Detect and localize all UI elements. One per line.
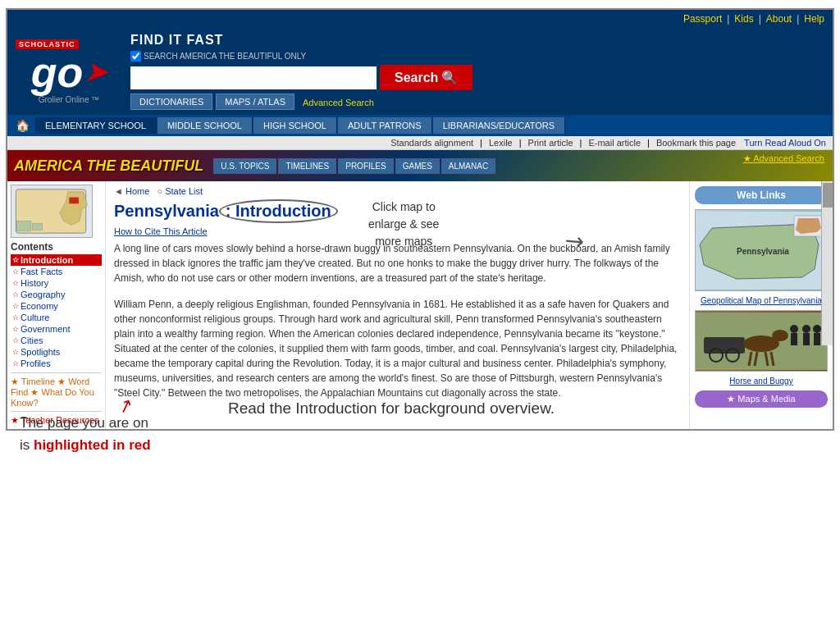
- article-title-state: Pennsylvania: [114, 202, 219, 220]
- atb-nav-almanac[interactable]: ALMANAC: [441, 158, 495, 174]
- atb-banner: AMERICA THE BEAUTIFUL U.S. TOPICS TIMELI…: [7, 150, 833, 181]
- sidebar-item-history[interactable]: ☆ History: [11, 277, 102, 289]
- search-button[interactable]: Search 🔍: [380, 65, 472, 90]
- atb-nav-profiles[interactable]: PROFILES: [338, 158, 393, 174]
- logo-area: SCHOLASTIC go ➤ Grolier Online ™: [16, 39, 122, 104]
- kids-link[interactable]: Kids: [734, 13, 753, 25]
- svg-rect-4: [33, 224, 43, 231]
- page-callout-line2: is highlighted in red: [20, 434, 151, 456]
- home-breadcrumb[interactable]: Home: [126, 186, 149, 196]
- toolbar: Standards alignment | Lexile | Print art…: [7, 136, 833, 150]
- atb-title: AMERICA THE BEAUTIFUL: [14, 158, 203, 175]
- star-icon: ☆: [12, 290, 19, 299]
- go-logo: go ➤: [31, 51, 107, 94]
- svg-rect-21: [791, 333, 797, 345]
- email-article-link[interactable]: E-mail article: [588, 138, 641, 148]
- state-list-breadcrumb[interactable]: State List: [165, 186, 203, 196]
- sidebar-item-spotlights[interactable]: ☆ Spotlights: [11, 346, 102, 358]
- usa-map[interactable]: [11, 185, 93, 238]
- help-link[interactable]: Help: [804, 13, 824, 25]
- maps-atlas-button[interactable]: MAPS / ATLAS: [216, 94, 294, 110]
- maps-media-button[interactable]: ★ Maps & Media: [695, 390, 828, 408]
- cite-article-link[interactable]: How to Cite This Article: [114, 226, 681, 236]
- highlighted-in-red-text: highlighted in red: [34, 437, 151, 453]
- horse-buggy-caption[interactable]: Horse and Buggy: [695, 377, 828, 386]
- svg-marker-9: [796, 218, 821, 234]
- atb-nav-timelines[interactable]: TIMELINES: [278, 158, 336, 174]
- horse-buggy-svg: [696, 313, 827, 370]
- tab-adult[interactable]: ADULT PATRONS: [338, 117, 432, 134]
- article-title: Pennsylvania: Introduction: [114, 199, 681, 223]
- search-area: FIND IT FAST SEARCH AMERICA THE BEAUTIFU…: [130, 33, 824, 110]
- star-icon: ☆: [12, 279, 19, 287]
- breadcrumb: ◄ Home ○ State List: [114, 186, 681, 196]
- atb-navigation: U.S. TOPICS TIMELINES PROFILES GAMES ALM…: [213, 158, 495, 174]
- star-icon: ☆: [12, 359, 19, 368]
- article-area: ◄ Home ○ State List Pennsylvania: Introd…: [106, 181, 689, 429]
- grolier-label: Grolier Online ™: [39, 95, 99, 104]
- search-input[interactable]: [130, 66, 377, 89]
- right-panel: Web Links Pennsylvania Geopolitical Map …: [689, 181, 833, 429]
- tab-middle[interactable]: MIDDLE SCHOOL: [158, 117, 253, 134]
- sidebar-item-introduction[interactable]: ☆ Introduction: [11, 254, 102, 266]
- star-icon: ☆: [12, 256, 19, 264]
- svg-rect-2: [69, 198, 79, 204]
- article-paragraph-1: A long line of cars moves slowly behind …: [114, 241, 681, 285]
- scholastic-label: SCHOLASTIC: [16, 39, 79, 49]
- horse-buggy-image[interactable]: [695, 310, 828, 372]
- turn-read-aloud-link[interactable]: Turn Read Aloud On: [744, 138, 826, 148]
- main-area: Contents ☆ Introduction ☆ Fast Facts ☆ H…: [7, 181, 833, 429]
- home-icon[interactable]: 🏠: [11, 117, 34, 134]
- geopolitical-map-caption[interactable]: Geopolitical Map of Pennsylvania: [695, 296, 828, 305]
- lexile-link[interactable]: Lexile: [489, 138, 513, 148]
- sidebar-divider: [11, 372, 102, 373]
- usa-map-svg: [11, 185, 92, 237]
- sidebar-item-government[interactable]: ☆ Government: [11, 323, 102, 335]
- standards-alignment-link[interactable]: Standards alignment: [390, 138, 473, 148]
- print-article-link[interactable]: Print article: [528, 138, 573, 148]
- star-icon: ☆: [12, 336, 19, 345]
- dictionaries-button[interactable]: DICTIONARIES: [130, 94, 212, 110]
- sidebar-item-fast-facts[interactable]: ☆ Fast Facts: [11, 266, 102, 277]
- bookmark-page-link[interactable]: Bookmark this page: [656, 138, 736, 148]
- atb-nav-us-topics[interactable]: U.S. TOPICS: [213, 158, 276, 174]
- scrollbar-thumb[interactable]: [823, 183, 833, 208]
- go-arrow-icon: ➤: [84, 59, 107, 85]
- svg-point-22: [802, 325, 810, 333]
- about-link[interactable]: About: [766, 13, 792, 25]
- svg-rect-23: [803, 333, 810, 345]
- svg-point-19: [772, 330, 788, 341]
- web-links-button[interactable]: Web Links: [695, 186, 828, 204]
- svg-point-24: [813, 325, 821, 333]
- search-scope-checkbox[interactable]: SEARCH AMERICA THE BEAUTIFUL ONLY: [130, 51, 306, 62]
- atb-advanced-search[interactable]: ★ Advanced Search: [743, 153, 824, 164]
- top-navigation: Passport | Kids | About | Help: [7, 10, 833, 28]
- star-icon: ☆: [12, 267, 19, 276]
- star-icon: ☆: [12, 313, 19, 322]
- nav-tabs: 🏠 ELEMENTARY SCHOOL MIDDLE SCHOOL HIGH S…: [7, 115, 833, 136]
- sidebar-item-geography[interactable]: ☆ Geography: [11, 289, 102, 300]
- article-paragraph-2: William Penn, a deeply religious English…: [114, 297, 681, 400]
- sidebar-item-profiles[interactable]: ☆ Profiles: [11, 358, 102, 369]
- tab-high[interactable]: HIGH SCHOOL: [253, 117, 337, 134]
- svg-rect-3: [16, 221, 30, 231]
- scrollbar[interactable]: [821, 181, 833, 345]
- sidebar-timeline-link[interactable]: ★ Timeline: [11, 377, 55, 386]
- contents-header: Contents: [11, 241, 102, 253]
- tab-elementary[interactable]: ELEMENTARY SCHOOL: [35, 117, 157, 134]
- sidebar-item-culture[interactable]: ☆ Culture: [11, 312, 102, 323]
- passport-link[interactable]: Passport: [683, 13, 722, 25]
- advanced-search-link[interactable]: Advanced Search: [303, 98, 374, 107]
- sidebar-divider2: [11, 411, 102, 412]
- article-title-intro: : Introduction: [219, 199, 338, 223]
- star-icon: ☆: [12, 325, 19, 333]
- tab-librarians[interactable]: LIBRARIANS/EDUCATORS: [433, 117, 566, 134]
- geopolitical-map-image[interactable]: Pennsylvania: [695, 209, 828, 291]
- star-icon: ☆: [12, 348, 19, 356]
- atb-nav-games[interactable]: GAMES: [395, 158, 440, 174]
- svg-rect-11: [704, 337, 745, 354]
- teacher-resources-link[interactable]: ★ Teacher Resources: [11, 415, 99, 425]
- sidebar-item-cities[interactable]: ☆ Cities: [11, 335, 102, 346]
- sidebar-item-economy[interactable]: ☆ Economy: [11, 300, 102, 312]
- find-it-fast-label: FIND IT FAST: [130, 33, 824, 48]
